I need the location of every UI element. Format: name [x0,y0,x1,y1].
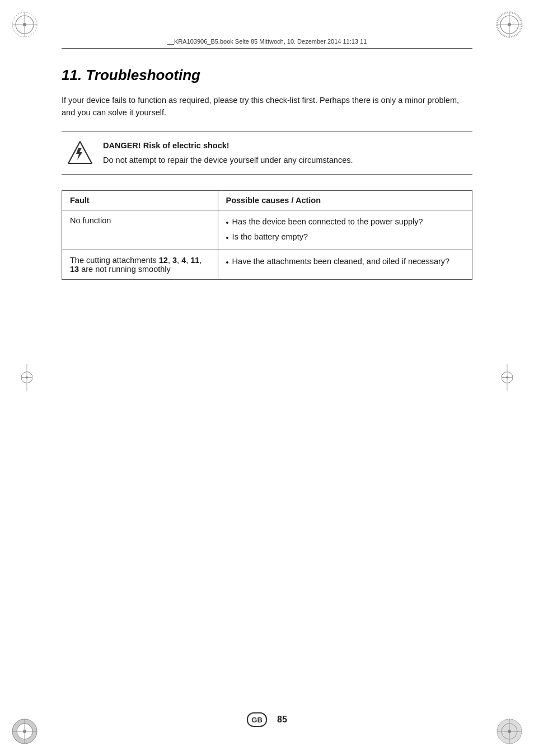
bold-num: 12 [159,256,168,265]
page-footer: GB 85 [0,712,534,727]
cause-text: Is the battery empty? [232,231,308,243]
causes-list-2: • Have the attachments been cleaned, and… [226,256,464,269]
table-header-fault: Fault [62,191,218,210]
bullet-icon: • [226,232,229,244]
cause-item: • Have the attachments been cleaned, and… [226,256,464,269]
bold-num: 13 [70,265,79,274]
fault-text-2: The cutting attach­ments 12, 3, 4, 11, 1… [70,256,202,274]
chapter-title: 11. Troubleshooting [62,67,472,84]
danger-icon [67,140,93,166]
language-badge: GB [247,712,267,727]
danger-box: DANGER! Risk of electric shock! Do not a… [62,132,472,175]
bold-num: 4 [181,256,186,265]
table-row: The cutting attach­ments 12, 3, 4, 11, 1… [62,250,472,280]
danger-body: Do not attempt to repair the device your… [103,156,353,165]
page-number: 85 [277,715,287,725]
bold-num: 3 [172,256,177,265]
table-header-causes: Possible causes / Action [218,191,472,210]
danger-text-block: DANGER! Risk of electric shock! Do not a… [103,140,353,167]
danger-title: DANGER! Risk of electric shock! [103,140,353,152]
intro-paragraph: If your device fails to function as requ… [62,94,472,119]
fault-cell-1: No function [62,210,218,250]
causes-cell-1: • Has the device been con­nected to the … [218,210,472,250]
bold-num: 11 [190,256,199,265]
cause-item: • Has the device been con­nected to the … [226,216,464,229]
causes-list-1: • Has the device been con­nected to the … [226,216,464,244]
header-text: __KRA103906_B5.book Seite 85 Mittwoch, 1… [167,38,367,45]
fault-cell-2: The cutting attach­ments 12, 3, 4, 11, 1… [62,250,218,280]
cause-item: • Is the battery empty? [226,231,464,244]
cause-text: Has the device been con­nected to the po… [232,216,423,228]
causes-cell-2: • Have the attachments been cleaned, and… [218,250,472,280]
cause-text: Have the attachments been cleaned, and o… [232,256,450,267]
fault-table: Fault Possible causes / Action No functi… [62,190,472,280]
bullet-icon: • [226,217,229,229]
table-row: No function • Has the device been con­ne… [62,210,472,250]
bullet-icon: • [226,257,229,269]
header-line: __KRA103906_B5.book Seite 85 Mittwoch, 1… [62,38,472,49]
fault-text-1: No function [70,216,111,225]
